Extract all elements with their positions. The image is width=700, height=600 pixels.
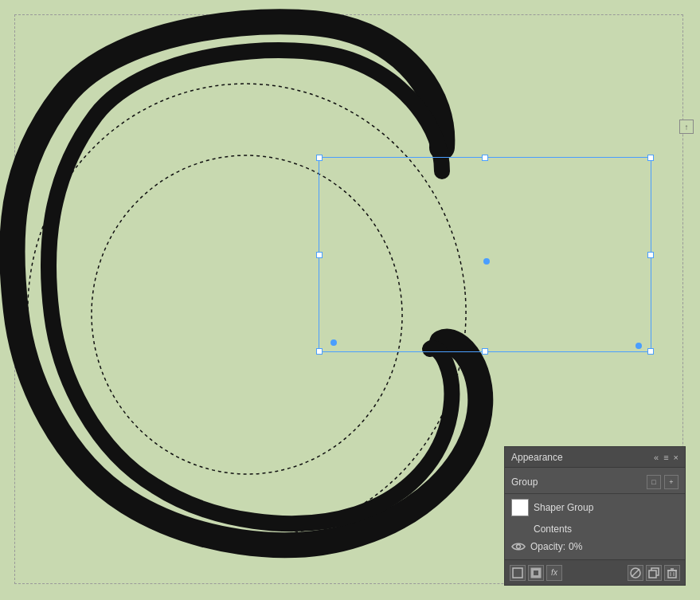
divider-1: [505, 493, 685, 494]
panel-header: Appearance « ≡ ×: [505, 447, 685, 468]
svg-rect-9: [649, 571, 656, 578]
svg-point-1: [78, 143, 415, 487]
drawing-svg: [0, 0, 494, 600]
footer-left-buttons: fx: [510, 565, 562, 581]
svg-rect-3: [513, 568, 522, 578]
add-fx-button[interactable]: fx: [546, 565, 562, 581]
opacity-row: Opacity: 0%: [505, 539, 685, 555]
new-art-icon-btn[interactable]: □: [647, 475, 661, 489]
shaper-group-row: Shaper Group: [505, 496, 685, 520]
add-new-icon-btn[interactable]: +: [664, 475, 678, 489]
panel-menu-button[interactable]: ≡: [663, 453, 668, 462]
contents-label: Contents: [534, 524, 572, 535]
handle-top-right[interactable]: [647, 155, 654, 161]
canvas-area: ↑ Appearance « ≡ × Group □ +: [0, 0, 700, 600]
scroll-up-arrow[interactable]: ↑: [679, 120, 694, 134]
group-row: Group □ +: [505, 473, 685, 492]
panel-footer: fx: [505, 559, 685, 585]
add-fill-button[interactable]: [528, 565, 544, 581]
panel-header-icons: « ≡ ×: [654, 453, 678, 462]
handle-bottom-right[interactable]: [647, 348, 654, 355]
panel-close-button[interactable]: ×: [674, 453, 678, 462]
opacity-value: 0%: [569, 541, 582, 552]
shaper-group-label: Shaper Group: [534, 502, 593, 513]
add-stroke-button[interactable]: [510, 565, 526, 581]
white-swatch: [511, 499, 529, 516]
svg-rect-10: [668, 571, 676, 578]
panel-body: Group □ + Shaper Group Contents: [505, 468, 685, 559]
contents-row: Contents: [505, 520, 685, 539]
svg-rect-5: [534, 571, 538, 575]
delete-button[interactable]: [664, 565, 680, 581]
appearance-panel: Appearance « ≡ × Group □ + Shaper Grou: [504, 446, 686, 586]
visibility-eye-icon[interactable]: [511, 542, 526, 551]
footer-right-buttons: [628, 565, 680, 581]
svg-point-2: [517, 545, 521, 549]
opacity-label: Opacity:: [530, 541, 565, 552]
group-label: Group: [511, 476, 538, 488]
clear-appearance-button[interactable]: [628, 565, 643, 581]
panel-title: Appearance: [511, 452, 563, 463]
panel-collapse-button[interactable]: «: [654, 453, 659, 462]
duplicate-button[interactable]: [646, 565, 662, 581]
path-handle-bottom-right[interactable]: [635, 343, 642, 349]
fx-label: fx: [551, 568, 557, 577]
handle-middle-right[interactable]: [647, 252, 654, 258]
group-row-icons: □ +: [647, 475, 678, 489]
svg-line-7: [632, 569, 639, 577]
